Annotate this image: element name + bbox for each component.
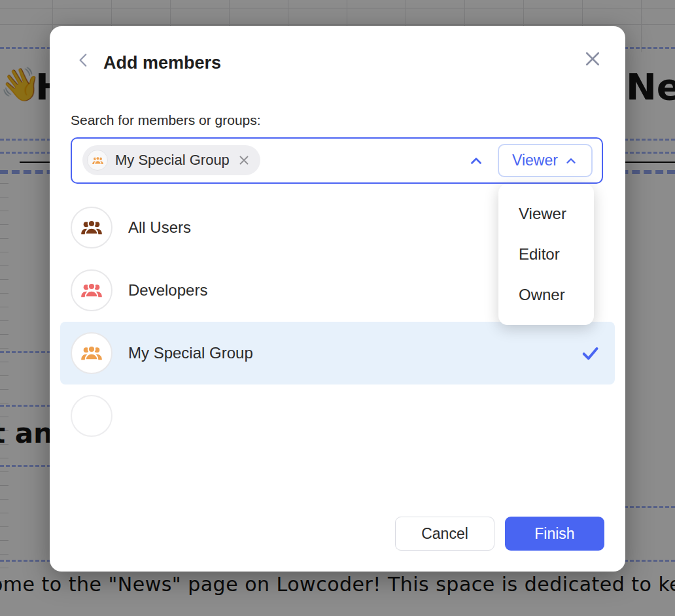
group-name: Developers xyxy=(128,281,207,299)
role-option-editor[interactable]: Editor xyxy=(498,234,594,275)
close-icon xyxy=(583,49,602,69)
role-dropdown-menu: Viewer Editor Owner xyxy=(498,184,594,325)
chevron-left-icon xyxy=(75,52,92,69)
role-select-button[interactable]: Viewer xyxy=(498,144,593,177)
group-row-empty[interactable] xyxy=(60,385,615,447)
group-icon xyxy=(92,154,104,167)
role-option-viewer[interactable]: Viewer xyxy=(498,194,594,234)
close-button[interactable] xyxy=(582,48,603,69)
back-button[interactable] xyxy=(75,51,93,69)
selected-member-tag: My Special Group xyxy=(82,145,260,175)
role-select-value: Viewer xyxy=(512,152,558,169)
tag-remove-close-icon[interactable] xyxy=(237,153,251,167)
add-members-modal: Add members Search for members or groups… xyxy=(50,26,625,572)
group-name: All Users xyxy=(128,218,191,237)
group-avatar xyxy=(71,207,113,248)
role-option-owner[interactable]: Owner xyxy=(498,275,594,315)
group-icon xyxy=(80,279,103,302)
collapse-suggestions-chevron-up-icon[interactable] xyxy=(467,152,485,170)
group-icon xyxy=(80,341,103,365)
group-avatar xyxy=(71,269,113,311)
group-icon xyxy=(80,216,103,239)
member-search-input[interactable]: My Special Group Viewer xyxy=(71,137,603,184)
finish-button[interactable]: Finish xyxy=(505,517,604,551)
group-row-my-special-group-selected[interactable]: My Special Group xyxy=(60,322,615,385)
cancel-button[interactable]: Cancel xyxy=(395,517,494,551)
selected-checkmark-icon xyxy=(581,344,599,362)
empty-avatar xyxy=(71,395,113,437)
group-avatar xyxy=(87,150,108,171)
group-name: My Special Group xyxy=(128,344,253,362)
search-label: Search for members or groups: xyxy=(71,111,261,129)
selected-member-tag-label: My Special Group xyxy=(115,152,230,169)
chevron-up-icon xyxy=(564,154,578,168)
group-avatar xyxy=(71,332,113,374)
modal-title: Add members xyxy=(103,50,221,76)
